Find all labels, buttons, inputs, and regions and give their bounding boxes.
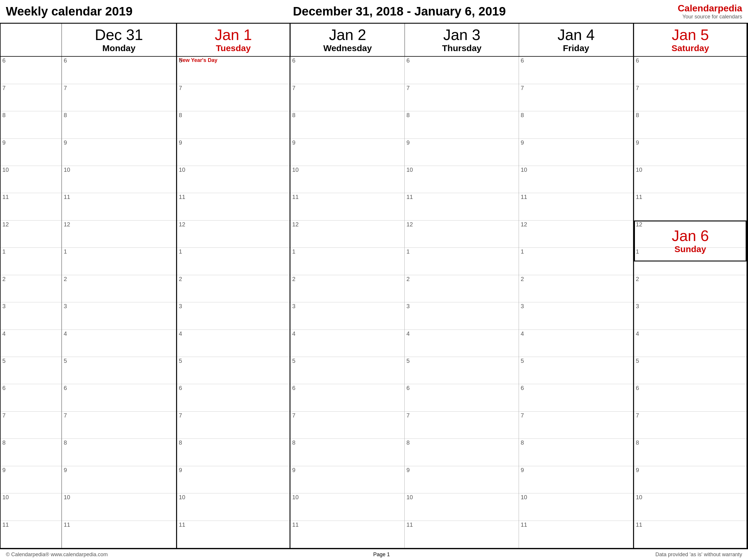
slot-jan5-15[interactable]: 9 (634, 466, 747, 493)
slot-jan3-2[interactable]: 8 (405, 111, 519, 138)
slot-dec31-2[interactable]: 8 (62, 111, 176, 138)
slot-dec31-14[interactable]: 8 (62, 439, 176, 466)
slot-jan3-3[interactable]: 9 (405, 139, 519, 166)
slot-dec31-4[interactable]: 10 (62, 166, 176, 193)
slot-jan4-2[interactable]: 8 (519, 111, 633, 138)
slot-jan2-13[interactable]: 7 (290, 412, 404, 439)
slot-jan1-12[interactable]: 6 (177, 384, 289, 411)
slot-jan4-3[interactable]: 9 (519, 139, 633, 166)
slot-jan1-16[interactable]: 10 (177, 493, 289, 520)
slot-jan3-14[interactable]: 8 (405, 439, 519, 466)
slot-jan3-15[interactable]: 9 (405, 466, 519, 493)
slot-jan5-0[interactable]: 6 (634, 57, 747, 84)
slot-jan4-1[interactable]: 7 (519, 84, 633, 111)
slot-jan5-1[interactable]: 7 (634, 84, 747, 111)
slot-jan1-2[interactable]: 8 (177, 111, 289, 138)
slot-jan4-5[interactable]: 11 (519, 193, 633, 220)
slot-jan3-0[interactable]: 6 (405, 57, 519, 84)
slot-jan2-9[interactable]: 3 (290, 302, 404, 329)
slot-jan4-6[interactable]: 12 (519, 220, 633, 248)
slot-jan3-9[interactable]: 3 (405, 302, 519, 329)
slot-jan1-13[interactable]: 7 (177, 412, 289, 439)
slot-dec31-17[interactable]: 11 (62, 521, 176, 548)
slot-jan5-3[interactable]: 9 (634, 139, 747, 166)
slot-jan2-8[interactable]: 2 (290, 275, 404, 302)
slot-jan1-0[interactable]: New Year's Day6 (177, 57, 289, 84)
slot-jan1-8[interactable]: 2 (177, 275, 289, 302)
slot-jan5-11[interactable]: 5 (634, 357, 747, 384)
slot-jan1-4[interactable]: 10 (177, 166, 289, 193)
slot-jan4-15[interactable]: 9 (519, 466, 633, 493)
slot-jan5-2[interactable]: 8 (634, 111, 747, 138)
slot-dec31-16[interactable]: 10 (62, 493, 176, 520)
slot-jan3-7[interactable]: 1 (405, 248, 519, 275)
slot-dec31-1[interactable]: 7 (62, 84, 176, 111)
slot-jan3-17[interactable]: 11 (405, 521, 519, 548)
slot-jan4-7[interactable]: 1 (519, 248, 633, 275)
slot-jan1-10[interactable]: 4 (177, 330, 289, 357)
slot-jan5-17[interactable]: 11 (634, 521, 747, 548)
slot-jan5-16[interactable]: 10 (634, 493, 747, 520)
slot-jan2-3[interactable]: 9 (290, 139, 404, 166)
slot-jan4-16[interactable]: 10 (519, 493, 633, 520)
slot-jan4-4[interactable]: 10 (519, 166, 633, 193)
slot-jan1-7[interactable]: 1 (177, 248, 289, 275)
slot-jan2-17[interactable]: 11 (290, 521, 404, 548)
slot-jan3-13[interactable]: 7 (405, 412, 519, 439)
slot-jan2-10[interactable]: 4 (290, 330, 404, 357)
slot-dec31-13[interactable]: 7 (62, 412, 176, 439)
slot-jan4-8[interactable]: 2 (519, 275, 633, 302)
slot-jan2-11[interactable]: 5 (290, 357, 404, 384)
slot-jan5-5[interactable]: 11 (634, 193, 747, 220)
slot-jan1-6[interactable]: 12 (177, 220, 289, 248)
slot-jan3-5[interactable]: 11 (405, 193, 519, 220)
slot-jan1-11[interactable]: 5 (177, 357, 289, 384)
slot-dec31-8[interactable]: 2 (62, 275, 176, 302)
slot-jan5-13[interactable]: 7 (634, 412, 747, 439)
slot-jan5-12[interactable]: 6 (634, 384, 747, 411)
slot-dec31-15[interactable]: 9 (62, 466, 176, 493)
slot-jan3-16[interactable]: 10 (405, 493, 519, 520)
slot-jan5-4[interactable]: 10 (634, 166, 747, 193)
slot-dec31-11[interactable]: 5 (62, 357, 176, 384)
slot-dec31-0[interactable]: 6 (62, 57, 176, 84)
slot-jan1-3[interactable]: 9 (177, 139, 289, 166)
slot-jan2-1[interactable]: 7 (290, 84, 404, 111)
slot-jan5-14[interactable]: 8 (634, 439, 747, 466)
slot-jan1-14[interactable]: 8 (177, 439, 289, 466)
slot-jan4-13[interactable]: 7 (519, 412, 633, 439)
slot-jan1-15[interactable]: 9 (177, 466, 289, 493)
slot-dec31-3[interactable]: 9 (62, 139, 176, 166)
slot-jan3-1[interactable]: 7 (405, 84, 519, 111)
slot-jan4-0[interactable]: 6 (519, 57, 633, 84)
slot-jan1-9[interactable]: 3 (177, 302, 289, 329)
slot-jan4-17[interactable]: 11 (519, 521, 633, 548)
slot-jan4-9[interactable]: 3 (519, 302, 633, 329)
slot-jan2-14[interactable]: 8 (290, 439, 404, 466)
slot-jan3-6[interactable]: 12 (405, 220, 519, 248)
slot-dec31-12[interactable]: 6 (62, 384, 176, 411)
slot-jan2-2[interactable]: 8 (290, 111, 404, 138)
slot-jan4-11[interactable]: 5 (519, 357, 633, 384)
slot-jan2-4[interactable]: 10 (290, 166, 404, 193)
slot-dec31-10[interactable]: 4 (62, 330, 176, 357)
slot-dec31-9[interactable]: 3 (62, 302, 176, 329)
slot-jan4-10[interactable]: 4 (519, 330, 633, 357)
slot-jan2-6[interactable]: 12 (290, 220, 404, 248)
slot-jan1-17[interactable]: 11 (177, 521, 289, 548)
slot-jan5-10[interactable]: 4 (634, 330, 747, 357)
slot-dec31-7[interactable]: 1 (62, 248, 176, 275)
slot-jan2-16[interactable]: 10 (290, 493, 404, 520)
slot-jan5-9[interactable]: 3 (634, 302, 747, 329)
slot-jan3-12[interactable]: 6 (405, 384, 519, 411)
slot-jan1-5[interactable]: 11 (177, 193, 289, 220)
slot-jan2-5[interactable]: 11 (290, 193, 404, 220)
slot-dec31-5[interactable]: 11 (62, 193, 176, 220)
slot-jan3-8[interactable]: 2 (405, 275, 519, 302)
slot-jan5-8[interactable]: 2 (634, 275, 747, 302)
slot-jan3-10[interactable]: 4 (405, 330, 519, 357)
slot-jan1-1[interactable]: 7 (177, 84, 289, 111)
slot-jan5-6[interactable]: Jan 6Sunday12 (634, 220, 747, 248)
slot-dec31-6[interactable]: 12 (62, 220, 176, 248)
slot-jan3-4[interactable]: 10 (405, 166, 519, 193)
